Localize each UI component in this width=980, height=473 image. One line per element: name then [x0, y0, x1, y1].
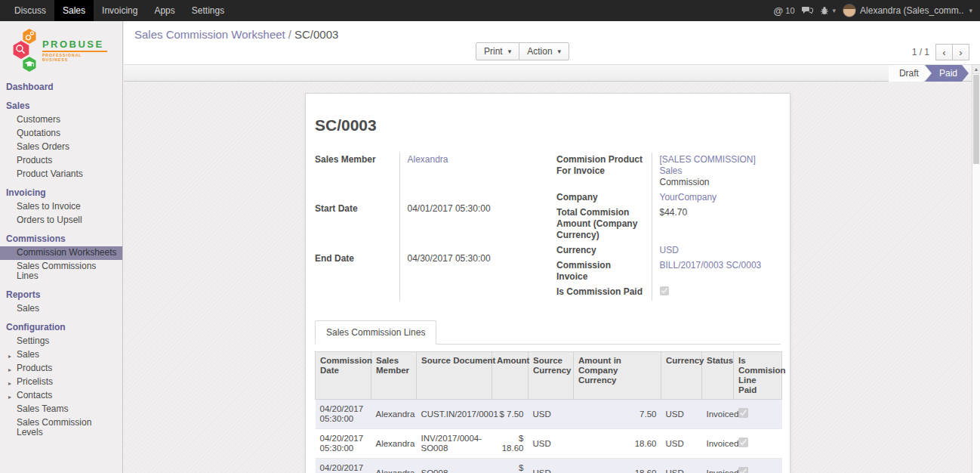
table-row[interactable]: 04/20/2017 10:35:53AlexandraSO008$ 18.60…: [316, 459, 782, 473]
scrollbar-up-button[interactable]: ▲: [972, 65, 980, 74]
cell-status[interactable]: Invoiced: [702, 459, 734, 473]
column-header-commission-date[interactable]: Commission Date: [316, 352, 371, 400]
table-row[interactable]: 04/20/2017 05:30:00AlexandraINV/2017/000…: [316, 429, 782, 459]
tab-bar: Sales Commission Lines: [315, 320, 781, 345]
scrollbar-thumb[interactable]: [973, 75, 979, 164]
sidebar-item-orders-to-upsell[interactable]: Orders to Upsell: [0, 214, 122, 227]
cell-source-currency[interactable]: USD: [529, 400, 574, 429]
cell-amount-company[interactable]: 18.60: [574, 429, 661, 459]
sidebar-item-products[interactable]: ▸Products: [0, 362, 122, 376]
field-link-company[interactable]: YourCompany: [660, 192, 717, 202]
cell-commission-date[interactable]: 04/20/2017 05:30:00: [316, 429, 371, 459]
cell-commission-date[interactable]: 04/20/2017 05:30:00: [316, 400, 371, 429]
cell-amount-company[interactable]: 18.60: [574, 459, 661, 473]
field-link-commision-product-for-invoice[interactable]: [SALES COMMISSION] Sales: [660, 154, 756, 176]
cell-sales-member[interactable]: Alexandra: [371, 459, 417, 473]
app-menu-discuss[interactable]: Discuss: [6, 0, 54, 21]
column-header-currency[interactable]: Currency: [661, 352, 702, 400]
column-header-sales-member[interactable]: Sales Member: [371, 352, 417, 400]
sidebar-item-settings[interactable]: Settings: [0, 335, 122, 348]
pager-next-button[interactable]: ›: [952, 44, 969, 60]
cell-amount[interactable]: $ 18.60: [492, 459, 529, 473]
cell-currency[interactable]: USD: [661, 459, 702, 473]
messages-button[interactable]: [802, 6, 813, 15]
field-groups: Sales MemberAlexandraStart Date04/01/201…: [315, 153, 781, 301]
sidebar-section-invoicing[interactable]: Invoicing: [0, 185, 122, 200]
sidebar-item-sales-to-invoice[interactable]: Sales to Invoice: [0, 200, 122, 214]
cell-source-currency[interactable]: USD: [529, 459, 574, 473]
column-header-amount[interactable]: Amount: [492, 352, 529, 400]
sidebar-item-contacts[interactable]: ▸Contacts: [0, 389, 122, 403]
sidebar-item-product-variants[interactable]: Product Variants: [0, 168, 122, 181]
field-link-currency[interactable]: USD: [660, 245, 679, 255]
column-header-status[interactable]: Status: [702, 352, 734, 400]
user-menu[interactable]: Alexandra (Sales_comm.. ▾: [843, 4, 972, 17]
cell-paid[interactable]: [734, 400, 782, 429]
vertical-scrollbar[interactable]: ▲: [972, 65, 980, 473]
pager-prev-button[interactable]: ‹: [935, 44, 953, 60]
field-link-sales-member[interactable]: Alexandra: [408, 154, 448, 165]
sidebar-item-pricelists[interactable]: ▸Pricelists: [0, 376, 122, 389]
table-row[interactable]: 04/20/2017 05:30:00AlexandraCUST.IN/2017…: [316, 400, 782, 429]
field-value: 04/01/2017 05:30:00: [399, 202, 537, 251]
cell-sales-member[interactable]: Alexandra: [371, 400, 417, 429]
sidebar-item-label: Sales Commission Levels: [17, 417, 91, 437]
cell-status[interactable]: Invoiced: [702, 400, 734, 429]
field-link-commission-invoice[interactable]: BILL/2017/0003 SC/0003: [660, 260, 762, 271]
logo-divider: [42, 51, 107, 52]
field-label: Company: [556, 190, 652, 206]
sidebar-item-customers[interactable]: Customers: [0, 113, 122, 127]
sidebar-section-sales[interactable]: Sales: [0, 98, 122, 113]
cell-currency[interactable]: USD: [661, 400, 702, 429]
sidebar-item-sales-commissions-lines[interactable]: Sales Commissions Lines: [0, 260, 122, 283]
cell-source-document[interactable]: SO008: [417, 459, 492, 473]
app-menu-settings[interactable]: Settings: [183, 0, 233, 21]
app-menu-apps[interactable]: Apps: [146, 0, 183, 21]
sidebar-section-configuration[interactable]: Configuration: [0, 320, 122, 335]
sidebar-item-products[interactable]: Products: [0, 154, 122, 168]
breadcrumb-parent-link[interactable]: Sales Commission Worksheet: [134, 28, 285, 41]
status-state-draft[interactable]: Draft: [889, 65, 930, 82]
sidebar-item-sales-commission-levels[interactable]: Sales Commission Levels: [0, 416, 122, 440]
sidebar-item-commission-worksheets[interactable]: Commission Worksheets: [0, 246, 122, 260]
tab-sales-commission-lines[interactable]: Sales Commission Lines: [315, 320, 436, 345]
cell-source-currency[interactable]: USD: [529, 429, 574, 459]
column-header-amount-in-company-currency[interactable]: Amount in Company Currency: [574, 352, 661, 400]
sidebar-item-label: Products: [17, 155, 52, 165]
field-value-extra: Commission: [660, 177, 781, 188]
sidebar-item-quotations[interactable]: Quotations: [0, 127, 122, 141]
cell-amount[interactable]: $ 18.60: [492, 429, 529, 459]
debug-menu-button[interactable]: ▾: [820, 6, 837, 15]
sidebar-item-sales-orders[interactable]: Sales Orders: [0, 141, 122, 154]
app-menu-sales[interactable]: Sales: [54, 0, 94, 21]
cell-sales-member[interactable]: Alexandra: [371, 429, 417, 459]
cell-source-document[interactable]: CUST.IN/2017/0001: [417, 400, 492, 429]
print-button[interactable]: Print ▾: [476, 42, 519, 60]
sidebar-section-commissions[interactable]: Commissions: [0, 231, 122, 246]
status-state-paid[interactable]: Paid: [925, 65, 969, 82]
probuse-logo[interactable]: PROBUSE PROFESSIONAL BUSINESS: [13, 28, 109, 73]
sidebar-section-reports[interactable]: Reports: [0, 287, 122, 302]
sidebar-item-sales[interactable]: ▸Sales: [0, 348, 122, 362]
sidebar-item-sales-teams[interactable]: Sales Teams: [0, 403, 122, 416]
cell-paid[interactable]: [734, 459, 782, 473]
mentions-button[interactable]: @ 10: [774, 5, 795, 17]
cell-paid[interactable]: [734, 429, 782, 459]
app-menu-invoicing[interactable]: Invoicing: [94, 0, 146, 21]
sidebar-item-label: Sales Teams: [17, 403, 68, 414]
column-header-is-commision-line-paid[interactable]: Is Commision Line Paid: [734, 352, 782, 400]
column-header-source-currency[interactable]: Source Currency: [529, 352, 574, 400]
sidebar-item-label: Settings: [17, 335, 49, 346]
cell-amount-company[interactable]: 7.50: [574, 400, 661, 429]
cell-source-document[interactable]: INV/2017/0004-SO008: [417, 429, 492, 459]
cell-status[interactable]: Invoiced: [702, 429, 734, 459]
cell-commission-date[interactable]: 04/20/2017 10:35:53: [316, 459, 371, 473]
sidebar: PROBUSE PROFESSIONAL BUSINESS DashboardS…: [0, 21, 123, 473]
action-button[interactable]: Action ▾: [519, 42, 569, 60]
column-header-source-document[interactable]: Source Document: [417, 352, 492, 400]
logo-text: PROBUSE PROFESSIONAL BUSINESS: [42, 39, 109, 62]
cell-currency[interactable]: USD: [661, 429, 702, 459]
action-button-group: Print ▾ Action ▾: [476, 42, 569, 60]
sidebar-section-dashboard[interactable]: Dashboard: [0, 79, 122, 94]
sidebar-item-sales[interactable]: Sales: [0, 302, 122, 316]
